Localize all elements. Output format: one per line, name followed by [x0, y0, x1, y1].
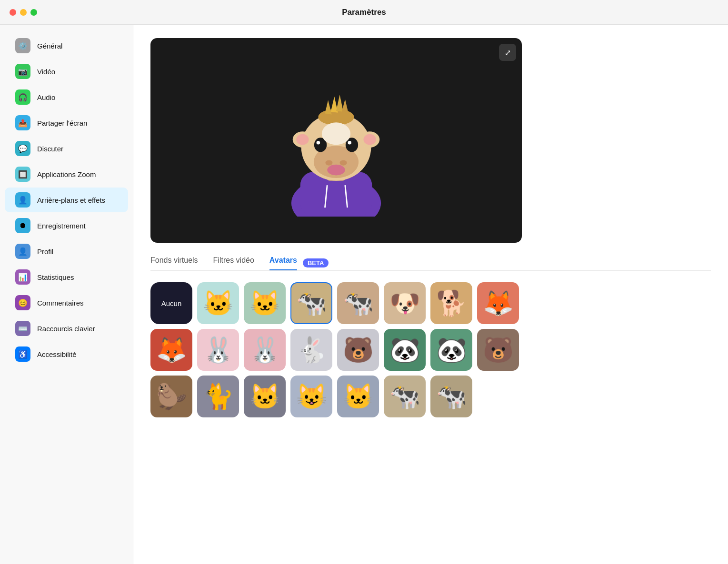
sidebar-label-accessibility: Accessibilité [37, 350, 77, 358]
sidebar-label-chat: Discuter [37, 145, 63, 153]
avatar-cat1[interactable]: 🐱 [197, 282, 239, 324]
avatar-fox2[interactable]: 🦊 [150, 329, 192, 371]
expand-icon: ⤢ [505, 48, 511, 57]
avatar-cat5-img: 😺 [296, 382, 327, 411]
sidebar-item-apps[interactable]: 🔲Applications Zoom [5, 162, 128, 187]
sidebar-item-backgrounds[interactable]: 👤Arrière-plans et effets [5, 188, 128, 212]
svg-point-12 [317, 141, 320, 145]
sidebar-label-general: Général [37, 42, 62, 50]
beta-badge: BETA [303, 258, 329, 267]
avatar-cat3-img: 🐈 [203, 382, 234, 411]
tab-virtual-bg[interactable]: Fonds virtuels [150, 256, 198, 270]
avatar-bear2-img: 🐻 [483, 336, 514, 365]
sidebar-icon-video: 📷 [15, 64, 30, 79]
maximize-button[interactable] [30, 9, 37, 16]
avatar-grid: Aucun 🐱 🐱 🐄 🐄 🐶 [150, 282, 711, 417]
sidebar-label-recording: Enregistrement [37, 222, 86, 230]
avatar-placeholder1 [524, 282, 566, 324]
sidebar-icon-chat: 💬 [15, 141, 30, 156]
avatar-beaver1-img: 🦫 [156, 382, 187, 411]
avatar-rabbit2[interactable]: 🐰 [244, 329, 286, 371]
sidebar-item-screen[interactable]: 📤Partager l'écran [5, 110, 128, 135]
app-body: ⚙️Général📷Vidéo🎧Audio📤Partager l'écran💬D… [0, 25, 728, 564]
sidebar-item-recording[interactable]: ⏺Enregistrement [5, 213, 128, 238]
avatar-cat4-img: 🐱 [249, 382, 280, 411]
avatar-bear1[interactable]: 🐻 [337, 329, 379, 371]
avatar-none[interactable]: Aucun [150, 282, 192, 324]
avatar-panda1[interactable]: 🐼 [384, 329, 426, 371]
avatar-cat6[interactable]: 🐱 [337, 376, 379, 417]
avatar-cow2[interactable]: 🐄 [337, 282, 379, 324]
avatar-cat4[interactable]: 🐱 [244, 376, 286, 417]
sidebar-item-audio[interactable]: 🎧Audio [5, 85, 128, 109]
sidebar-label-shortcuts: Raccourcis clavier [37, 325, 95, 333]
window-title: Paramètres [342, 8, 386, 17]
sidebar-item-chat[interactable]: 💬Discuter [5, 136, 128, 161]
avatar-cow2-img: 🐄 [343, 289, 374, 318]
avatar-fox1[interactable]: 🦊 [477, 282, 519, 324]
sidebar-icon-apps: 🔲 [15, 167, 30, 182]
avatar-cow1-img: 🐄 [296, 289, 327, 318]
tabs: Fonds virtuels Filtres vidéo Avatars BET… [150, 256, 711, 271]
avatar-bunny1-img: 🐇 [296, 336, 327, 365]
sidebar-icon-recording: ⏺ [15, 218, 30, 233]
traffic-lights [10, 9, 37, 16]
sidebar-item-stats[interactable]: 📊Statistiques [5, 265, 128, 289]
svg-marker-19 [325, 100, 331, 114]
tab-avatars[interactable]: Avatars [269, 256, 297, 270]
avatar-panda2-img: 🐼 [436, 336, 467, 365]
sidebar-item-profile[interactable]: 👤Profil [5, 239, 128, 264]
titlebar: Paramètres [0, 0, 728, 25]
sidebar-item-accessibility[interactable]: ♿Accessibilité [5, 342, 128, 366]
main-content: ⤢ Fonds virtuels Filtres vidéo Avatars B… [133, 25, 728, 564]
sidebar-icon-screen: 📤 [15, 115, 30, 130]
svg-point-7 [325, 160, 332, 165]
expand-button[interactable]: ⤢ [499, 44, 516, 61]
avatar-rabbit1[interactable]: 🐰 [197, 329, 239, 371]
avatar-cat2[interactable]: 🐱 [244, 282, 286, 324]
avatar-cow3[interactable]: 🐄 [384, 376, 426, 417]
svg-marker-22 [341, 99, 349, 114]
avatar-cat3[interactable]: 🐈 [197, 376, 239, 417]
sidebar-icon-stats: 📊 [15, 269, 30, 285]
avatar-cow4[interactable]: 🐄 [430, 376, 472, 417]
svg-point-15 [296, 134, 309, 145]
avatar-bear1-img: 🐻 [343, 336, 374, 365]
sidebar-item-video[interactable]: 📷Vidéo [5, 59, 128, 84]
svg-point-9 [327, 165, 345, 176]
avatar-fox2-img: 🦊 [156, 336, 187, 365]
avatar-bear2[interactable]: 🐻 [477, 329, 519, 371]
svg-point-8 [340, 160, 347, 165]
minimize-button[interactable] [20, 9, 27, 16]
sidebar-label-audio: Audio [37, 93, 55, 101]
avatar-dog1-img: 🐶 [389, 289, 420, 318]
sidebar-label-backgrounds: Arrière-plans et effets [37, 196, 105, 204]
svg-point-17 [363, 134, 376, 145]
avatar-panda2[interactable]: 🐼 [430, 329, 472, 371]
sidebar-label-apps: Applications Zoom [37, 170, 96, 178]
avatar-cow4-img: 🐄 [436, 382, 467, 411]
avatar-cat5[interactable]: 😺 [290, 376, 332, 417]
sidebar-icon-audio: 🎧 [15, 89, 30, 105]
sidebar-item-shortcuts[interactable]: ⌨️Raccourcis clavier [5, 316, 128, 341]
sidebar-label-video: Vidéo [37, 68, 55, 76]
video-preview: ⤢ [150, 38, 522, 243]
avatar-placeholder2 [524, 329, 566, 371]
avatar-beaver1[interactable]: 🦫 [150, 376, 192, 417]
avatar-rabbit2-img: 🐰 [249, 336, 280, 365]
sidebar-item-general[interactable]: ⚙️Général [5, 33, 128, 58]
avatar-fox1-img: 🦊 [483, 289, 514, 318]
avatar-panda1-img: 🐼 [389, 336, 420, 365]
avatar-cow3-img: 🐄 [389, 382, 420, 411]
sidebar-label-screen: Partager l'écran [37, 119, 87, 127]
avatar-bunny1[interactable]: 🐇 [290, 329, 332, 371]
avatar-cow1[interactable]: 🐄 [290, 282, 332, 324]
sidebar: ⚙️Général📷Vidéo🎧Audio📤Partager l'écran💬D… [0, 25, 133, 564]
avatar-none-label: Aucun [161, 299, 182, 307]
avatar-dog2[interactable]: 🐕 [430, 282, 472, 324]
avatar-dog1[interactable]: 🐶 [384, 282, 426, 324]
sidebar-icon-shortcuts: ⌨️ [15, 321, 30, 336]
tab-video-filters[interactable]: Filtres vidéo [213, 256, 254, 270]
sidebar-item-feedback[interactable]: 😊Commentaires [5, 290, 128, 315]
close-button[interactable] [10, 9, 16, 16]
